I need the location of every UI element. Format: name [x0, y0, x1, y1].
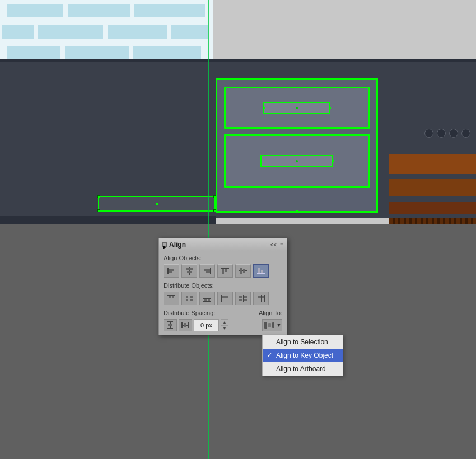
handle-left [263, 107, 265, 109]
svg-rect-44 [261, 295, 262, 302]
spacing-horizontal-btn[interactable] [179, 319, 192, 331]
svg-rect-28 [203, 301, 211, 302]
svg-rect-53 [188, 322, 189, 328]
svg-rect-6 [210, 268, 211, 274]
brown-rect-1 [389, 154, 476, 174]
svg-rect-1 [169, 269, 174, 271]
dist-left-btn[interactable] [217, 292, 233, 305]
handle-center [156, 203, 158, 205]
svg-rect-49 [167, 328, 173, 329]
handle-tl [97, 195, 100, 198]
svg-rect-59 [268, 324, 268, 326]
align-panel: ▸ Align << ≡ Align Objects: [158, 238, 287, 335]
align-center-h-btn[interactable] [181, 264, 197, 278]
panel-title: Align [169, 241, 186, 249]
svg-rect-52 [181, 322, 183, 328]
bottom-bar [0, 216, 216, 224]
svg-rect-14 [243, 269, 245, 273]
svg-rect-42 [244, 299, 247, 301]
dist-right-btn[interactable] [253, 292, 269, 305]
align-bottom-btn[interactable] [253, 264, 269, 278]
svg-rect-43 [258, 295, 258, 302]
h-selection-bar[interactable] [98, 196, 216, 212]
svg-rect-24 [186, 296, 188, 298]
svg-rect-56 [264, 322, 267, 329]
align-objects-label: Align Objects: [164, 255, 282, 261]
svg-rect-7 [204, 269, 210, 271]
svg-rect-31 [204, 299, 207, 301]
svg-rect-18 [167, 295, 175, 296]
align-right-btn[interactable] [199, 264, 215, 278]
svg-rect-15 [257, 273, 265, 274]
handle-right [329, 107, 331, 109]
selection-handle-bottom [296, 210, 298, 213]
svg-rect-36 [222, 296, 225, 298]
selected-inner-top-box[interactable] [224, 87, 370, 129]
dist-hc-btn[interactable] [235, 292, 251, 305]
circle-1 [424, 129, 433, 138]
svg-rect-46 [258, 296, 261, 298]
svg-rect-5 [187, 271, 192, 273]
svg-rect-32 [208, 299, 210, 301]
svg-rect-23 [185, 298, 193, 298]
spacing-value-input[interactable] [194, 319, 219, 331]
align-to-dropdown-menu: Align to Selection Align to Key Object A… [262, 335, 343, 376]
align-to-label: Align To: [259, 310, 282, 316]
align-left-btn[interactable] [164, 264, 179, 278]
handle-br [213, 209, 216, 212]
svg-rect-2 [169, 271, 172, 273]
device-circles [424, 129, 470, 138]
handle-bl [97, 209, 100, 212]
svg-rect-0 [167, 268, 169, 274]
svg-rect-16 [258, 268, 260, 273]
align-to-key-object-item[interactable]: Align to Key Object [263, 349, 343, 362]
distribute-spacing-label: Distribute Spacing: [164, 310, 215, 316]
dist-top-btn[interactable] [164, 292, 179, 305]
panel-menu-btn[interactable]: ≡ [280, 242, 283, 248]
inner-bottom-rect [260, 155, 333, 167]
svg-rect-29 [203, 298, 211, 299]
svg-rect-19 [167, 298, 175, 298]
align-to-selection-item[interactable]: Align to Selection [263, 335, 343, 349]
panel-titlebar[interactable]: ▸ Align << ≡ [159, 238, 287, 251]
right-device [386, 62, 476, 218]
dist-bottom-btn[interactable] [199, 292, 215, 305]
handle-tr [213, 195, 216, 198]
svg-rect-48 [167, 321, 173, 322]
align-top-btn[interactable] [217, 264, 233, 278]
handle-left-2 [260, 160, 262, 162]
svg-rect-60 [272, 324, 272, 327]
spacing-stepper: ▲ ▼ [221, 319, 228, 331]
svg-rect-25 [190, 296, 193, 298]
inner-top-rect [263, 102, 330, 114]
svg-rect-30 [203, 296, 211, 296]
panel-minimize-btn[interactable]: << [270, 242, 277, 248]
svg-rect-41 [239, 299, 242, 301]
brown-striped [389, 218, 476, 224]
svg-rect-20 [167, 301, 175, 301]
dropdown-arrow: ▼ [277, 322, 282, 328]
svg-rect-33 [221, 295, 222, 302]
align-to-dropdown-btn[interactable]: ▼ [262, 319, 282, 331]
spacing-up-btn[interactable]: ▲ [221, 319, 228, 325]
selected-inner-bottom-box[interactable] [224, 134, 370, 188]
handle-right-2 [332, 160, 334, 162]
svg-rect-10 [222, 269, 224, 274]
align-to-artboard-item[interactable]: Align to Artboard [263, 362, 343, 376]
panel-collapse-icon[interactable]: ▸ [162, 242, 167, 247]
svg-rect-13 [240, 268, 242, 274]
spacing-down-btn[interactable]: ▼ [221, 325, 228, 331]
svg-rect-57 [268, 323, 271, 327]
svg-rect-26 [186, 299, 188, 301]
align-center-v-btn[interactable] [235, 264, 251, 278]
panel-title-right: << ≡ [270, 242, 283, 248]
spacing-vertical-btn[interactable] [164, 319, 177, 331]
circle-2 [437, 129, 446, 138]
svg-rect-55 [184, 323, 186, 327]
svg-rect-34 [225, 295, 225, 302]
distribute-objects-row [164, 292, 282, 305]
dist-vc-btn[interactable] [181, 292, 197, 305]
distribute-spacing-controls: ▲ ▼ ▼ [164, 319, 282, 331]
svg-rect-40 [244, 296, 247, 298]
svg-rect-27 [190, 299, 193, 301]
